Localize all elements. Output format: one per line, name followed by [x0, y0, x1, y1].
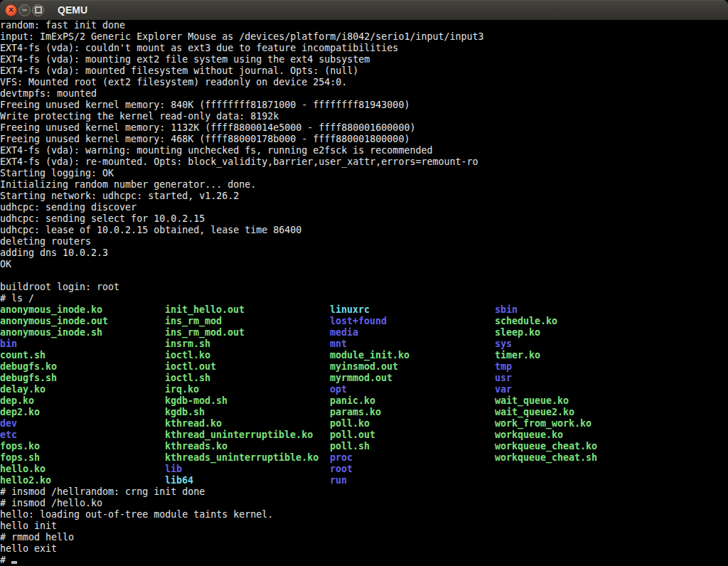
console-line: EXT4-fs (vda): couldn't mount as ext3 du…	[0, 43, 398, 54]
console-line: Starting network: udhcpc: started, v1.26…	[0, 191, 239, 202]
ls-entry-file: kthread.ko	[165, 418, 222, 429]
ls-entry-file: myrmmod.out	[330, 373, 392, 384]
console-line: udhcpc: sending discover	[0, 202, 136, 213]
ls-entry-file: anonymous_inode.sh	[0, 327, 102, 338]
console-line: # ls /	[0, 293, 34, 304]
console-line: hello: loading out-of-tree module taints…	[0, 509, 273, 520]
ls-entry-file: wait_queue2.ko	[495, 407, 574, 418]
ls-entry-dir: etc	[0, 429, 17, 441]
ls-entry-file: workqueue_cheat.ko	[495, 441, 597, 452]
console-line: Freeing unused kernel memory: 1132K (fff…	[0, 122, 415, 134]
console-line: EXT4-fs (vda): mounting ext2 file system…	[0, 54, 370, 65]
ls-entry-file: anonymous_inode.out	[0, 316, 108, 327]
console-line: buildroot login: root	[0, 282, 119, 293]
console-line: adding dns 10.0.2.3	[0, 247, 108, 259]
ls-entry-file: myinsmod.out	[330, 361, 398, 373]
ls-entry-file: kthreads_uninterruptible.ko	[165, 452, 318, 464]
console-line: random: fast init done	[0, 20, 125, 31]
ls-entry-link: lib64	[165, 475, 193, 486]
ls-entry-dir: mnt	[330, 338, 347, 350]
ls-entry-file: debugfs.ko	[0, 361, 57, 373]
ls-entry-file: poll.out	[330, 429, 375, 441]
terminal-console[interactable]: random: fast init doneinput: ImExPS/2 Ge…	[0, 20, 728, 566]
ls-entry-dir: proc	[330, 452, 353, 464]
ls-entry-file: panic.ko	[330, 395, 375, 407]
ls-entry-file: fops.ko	[0, 441, 40, 452]
console-line: Freeing unused kernel memory: 468K (ffff…	[0, 134, 410, 145]
console-line: Starting logging: OK	[0, 168, 114, 179]
console-line: # insmod /hellrandom: crng init done	[0, 486, 205, 498]
ls-entry-file: kgdb.sh	[165, 407, 205, 418]
ls-entry-file: ioctl.sh	[165, 373, 210, 384]
ls-entry-file: ioctl.out	[165, 361, 216, 373]
console-line: hello init	[0, 520, 57, 532]
ls-entry-file: hello2.ko	[0, 475, 51, 486]
console-line: deleting routers	[0, 236, 91, 247]
ls-entry-file: workqueue.ko	[495, 429, 563, 441]
ls-entry-dir: dev	[0, 418, 17, 429]
ls-entry-file: irq.ko	[165, 384, 199, 395]
ls-entry-file: schedule.ko	[495, 316, 557, 327]
ls-entry-dir: root	[330, 464, 353, 475]
ls-entry-file: module_init.ko	[330, 350, 410, 361]
ls-entry-dir: bin	[0, 338, 17, 350]
ls-entry-file: count.sh	[0, 350, 46, 361]
ls-entry-file: timer.ko	[495, 350, 540, 361]
console-line: hello exit	[0, 543, 57, 555]
ls-entry-dir: tmp	[495, 361, 512, 373]
close-icon: ×	[9, 5, 14, 16]
ls-entry-file: hello.ko	[0, 464, 46, 475]
ls-entry-file: fops.sh	[0, 452, 40, 464]
console-line: # insmod /hello.ko	[0, 498, 102, 509]
console-line: devtmpfs: mounted	[0, 88, 97, 100]
console-line: Initializing random number generator... …	[0, 179, 256, 191]
ls-entry-file: delay.ko	[0, 384, 46, 395]
ls-entry-file: poll.sh	[330, 441, 370, 452]
window-title: QEMU	[58, 4, 87, 16]
close-button[interactable]: ×	[5, 4, 17, 16]
ls-entry-file: ins_rm_mod.out	[165, 327, 245, 338]
ls-entry-file: ioctl.ko	[165, 350, 210, 361]
ls-entry-dir: lib	[165, 464, 182, 475]
ls-entry-file: poll.ko	[330, 418, 370, 429]
ls-entry-file: insrm.sh	[165, 338, 210, 350]
ls-entry-file: anonymous_inode.ko	[0, 304, 102, 316]
ls-entry-file: init_hello.out	[165, 304, 245, 316]
ls-entry-file: work_from_work.ko	[495, 418, 592, 429]
qemu-window: × − QEMU random: fast init doneinput: Im…	[0, 0, 728, 566]
shell-prompt: #	[0, 555, 17, 566]
console-line: EXT4-fs (vda): mounted filesystem withou…	[0, 65, 358, 77]
console-line: # rmmod hello	[0, 532, 74, 543]
console-line: udhcpc: lease of 10.0.2.15 obtained, lea…	[0, 225, 301, 236]
ls-entry-file: sleep.ko	[495, 327, 540, 338]
ls-entry-file: params.ko	[330, 407, 381, 418]
minimize-icon: −	[22, 5, 27, 15]
console-line: udhcpc: sending select for 10.0.2.15	[0, 213, 205, 225]
ls-entry-file: kgdb-mod.sh	[165, 395, 228, 407]
maximize-icon	[35, 6, 42, 14]
ls-entry-file: dep2.ko	[0, 407, 40, 418]
ls-entry-link: linuxrc	[330, 304, 370, 316]
ls-entry-dir: media	[330, 327, 358, 338]
maximize-button[interactable]	[32, 4, 44, 16]
ls-entry-file: wait_queue.ko	[495, 395, 569, 407]
ls-entry-file: ins_rm_mod	[165, 316, 222, 327]
ls-entry-dir: sbin	[495, 304, 518, 316]
ls-entry-file: debugfs.sh	[0, 373, 57, 384]
ls-entry-file: dep.ko	[0, 395, 34, 407]
text-cursor	[11, 561, 17, 564]
console-line: Write protecting the kernel read-only da…	[0, 111, 279, 122]
ls-entry-dir: opt	[330, 384, 347, 395]
ls-entry-file: kthreads.ko	[165, 441, 228, 452]
ls-entry-dir: sys	[495, 338, 512, 350]
ls-entry-file: kthread_uninterruptible.ko	[165, 429, 313, 441]
minimize-button[interactable]: −	[18, 4, 31, 16]
console-line: input: ImExPS/2 Generic Explorer Mouse a…	[0, 31, 483, 43]
titlebar[interactable]: × − QEMU	[0, 0, 728, 20]
console-line: Freeing unused kernel memory: 840K (ffff…	[0, 100, 410, 111]
ls-entry-file: workqueue_cheat.sh	[495, 452, 597, 464]
console-line: OK	[0, 259, 11, 270]
console-line: EXT4-fs (vda): re-mounted. Opts: block_v…	[0, 156, 478, 168]
ls-entry-dir: usr	[495, 373, 512, 384]
console-line: EXT4-fs (vda): warning: mounting uncheck…	[0, 145, 432, 156]
